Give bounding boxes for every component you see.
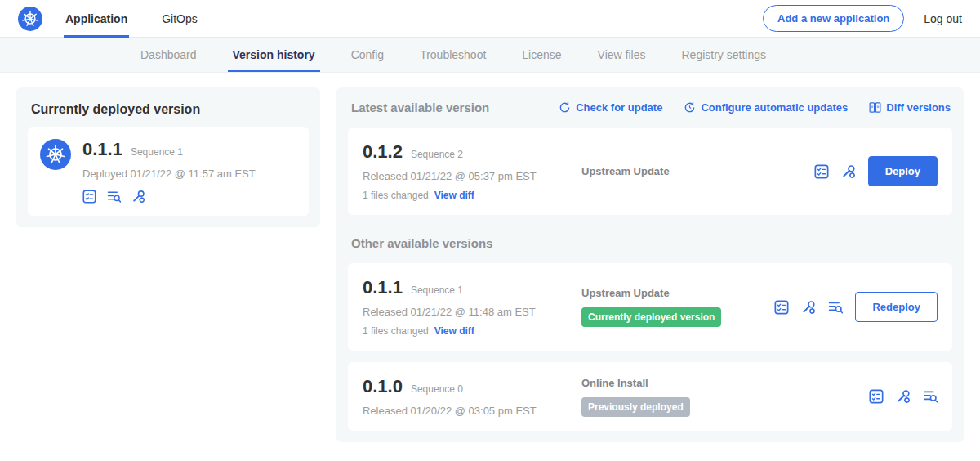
logs-icon[interactable]	[107, 190, 121, 204]
config-icon[interactable]	[131, 190, 145, 204]
deployed-sequence-label: Sequence 1	[131, 146, 183, 158]
released-date-text: Released 01/21/22 @ 05:37 pm EST	[363, 170, 573, 182]
source-label: Online Install	[581, 377, 861, 389]
version-card-0-1-1: 0.1.1 Sequence 1 Released 01/21/22 @ 11:…	[348, 263, 952, 351]
app-icon	[40, 139, 71, 170]
version-source: Online Install Previously deployed	[573, 377, 869, 417]
diff-versions-link[interactable]: Diff versions	[869, 101, 951, 114]
released-date-text: Released 01/20/22 @ 03:05 pm EST	[363, 405, 573, 417]
deployed-date-text: Deployed 01/21/22 @ 11:57 am EST	[82, 168, 256, 180]
version-actions-group: Deploy	[814, 156, 938, 186]
version-number: 0.1.1	[363, 277, 403, 298]
logout-link[interactable]: Log out	[924, 12, 962, 25]
add-application-button[interactable]: Add a new application	[763, 5, 904, 32]
version-source: Upstream Update	[573, 165, 814, 177]
check-for-update-label: Check for update	[576, 101, 662, 114]
version-card-latest: 0.1.2 Sequence 2 Released 01/21/22 @ 05:…	[348, 128, 952, 215]
latest-available-header: Latest available version Check for updat…	[348, 99, 952, 116]
main-content: Currently deployed version 0.1.1 Sequenc…	[0, 73, 980, 457]
redeploy-button[interactable]: Redeploy	[855, 292, 938, 322]
source-label: Upstream Update	[581, 287, 766, 299]
files-changed-text: 1 files changed	[363, 190, 429, 201]
release-notes-icon[interactable]	[774, 300, 789, 315]
version-actions-group: Redeploy	[774, 292, 938, 322]
top-navbar: Application GitOps Add a new application…	[0, 0, 980, 38]
refresh-icon	[559, 101, 571, 114]
config-icon[interactable]	[896, 389, 911, 404]
version-card-0-1-0: 0.1.0 Sequence 0 Released 01/20/22 @ 03:…	[348, 362, 952, 431]
version-number: 0.1.0	[363, 376, 403, 397]
subnav-item-registry-settings[interactable]: Registry settings	[663, 38, 783, 72]
diff-versions-label: Diff versions	[886, 101, 951, 114]
logs-icon[interactable]	[923, 389, 938, 404]
view-diff-link[interactable]: View diff	[434, 325, 474, 337]
config-icon[interactable]	[841, 164, 856, 179]
sequence-label: Sequence 1	[411, 284, 463, 296]
release-notes-icon[interactable]	[82, 190, 96, 204]
check-for-update-link[interactable]: Check for update	[559, 101, 662, 114]
subnav-item-license[interactable]: License	[504, 38, 579, 72]
files-changed-text: 1 files changed	[363, 325, 429, 337]
sequence-label: Sequence 2	[411, 149, 463, 160]
previously-deployed-badge: Previously deployed	[581, 397, 690, 417]
subnav-item-version-history[interactable]: Version history	[215, 38, 333, 72]
tab-application[interactable]: Application	[64, 0, 129, 38]
version-info: 0.1.1 Sequence 1 Released 01/21/22 @ 11:…	[363, 277, 573, 337]
currently-deployed-panel: Currently deployed version 0.1.1 Sequenc…	[16, 87, 320, 227]
latest-available-heading: Latest available version	[348, 99, 492, 116]
subnav-item-dashboard[interactable]: Dashboard	[122, 38, 215, 72]
sequence-label: Sequence 0	[411, 383, 463, 395]
deployed-info: 0.1.1 Sequence 1 Deployed 01/21/22 @ 11:…	[82, 139, 256, 204]
diff-icon	[869, 101, 881, 114]
subnav-item-troubleshoot[interactable]: Troubleshoot	[402, 38, 504, 72]
subnav-item-view-files[interactable]: View files	[580, 38, 664, 72]
view-diff-link[interactable]: View diff	[434, 190, 474, 201]
source-label: Upstream Update	[581, 165, 806, 177]
tab-gitops[interactable]: GitOps	[160, 0, 199, 38]
release-notes-icon[interactable]	[869, 389, 884, 404]
deploy-button[interactable]: Deploy	[868, 156, 938, 186]
version-actions-group	[869, 389, 938, 404]
kubernetes-logo	[18, 7, 42, 31]
subnav-item-config[interactable]: Config	[333, 38, 402, 72]
version-info: 0.1.2 Sequence 2 Released 01/21/22 @ 05:…	[363, 141, 573, 201]
version-history-panel: Latest available version Check for updat…	[336, 87, 964, 442]
released-date-text: Released 01/21/22 @ 11:48 am EST	[363, 306, 573, 318]
deployed-version-number: 0.1.1	[82, 139, 122, 160]
version-info: 0.1.0 Sequence 0 Released 01/20/22 @ 03:…	[363, 376, 573, 417]
configure-automatic-updates-label: Configure automatic updates	[701, 101, 848, 114]
app-subnav: Dashboard Version history Config Trouble…	[0, 38, 980, 73]
auto-update-icon	[684, 101, 696, 114]
version-number: 0.1.2	[363, 141, 403, 163]
release-notes-icon[interactable]	[814, 164, 829, 179]
version-actions: Check for update Configure automatic upd…	[559, 101, 951, 114]
currently-deployed-badge: Currently deployed version	[581, 307, 721, 327]
version-source: Upstream Update Currently deployed versi…	[573, 287, 774, 327]
deployed-heading: Currently deployed version	[28, 99, 309, 127]
config-icon[interactable]	[801, 300, 816, 315]
deployed-version-card: 0.1.1 Sequence 1 Deployed 01/21/22 @ 11:…	[28, 127, 309, 216]
configure-automatic-updates-link[interactable]: Configure automatic updates	[684, 101, 848, 114]
other-available-heading: Other available versions	[348, 235, 952, 252]
logs-icon[interactable]	[828, 300, 843, 315]
